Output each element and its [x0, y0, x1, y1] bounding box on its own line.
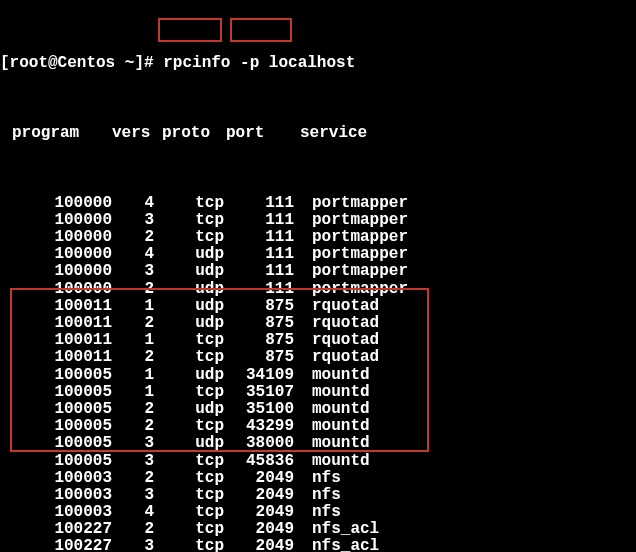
cell-vers: 2 — [112, 470, 154, 488]
cell-vers: 4 — [112, 246, 154, 264]
cell-program: 100000 — [0, 212, 112, 230]
cell-vers: 3 — [112, 263, 154, 281]
cell-port: 43299 — [224, 418, 294, 436]
cell-vers: 4 — [112, 195, 154, 213]
cell-vers: 1 — [112, 298, 154, 316]
terminal-output: [root@Centos ~]# rpcinfo -p localhost pr… — [0, 0, 636, 552]
cell-proto: tcp — [154, 229, 224, 247]
cell-service: portmapper — [294, 281, 408, 299]
cell-service: rquotad — [294, 332, 379, 350]
cell-proto: udp — [154, 315, 224, 333]
cell-vers: 3 — [112, 487, 154, 505]
table-row: 1000111tcp875rquotad — [0, 332, 636, 349]
table-row: 1000111udp875rquotad — [0, 298, 636, 315]
highlight-box-proto — [158, 18, 222, 42]
cell-port: 875 — [224, 298, 294, 316]
cell-program: 100227 — [0, 521, 112, 539]
cell-proto: tcp — [154, 212, 224, 230]
cell-vers: 2 — [112, 418, 154, 436]
cell-vers: 2 — [112, 281, 154, 299]
cell-port: 38000 — [224, 435, 294, 453]
table-row: 1000004udp111portmapper — [0, 246, 636, 263]
cell-proto: tcp — [154, 332, 224, 350]
cell-proto: tcp — [154, 504, 224, 522]
table-row: 1002273tcp2049nfs_acl — [0, 538, 636, 552]
cell-proto: udp — [154, 246, 224, 264]
cell-service: nfs — [294, 487, 341, 505]
table-row: 1000003udp111portmapper — [0, 263, 636, 280]
cell-port: 111 — [224, 281, 294, 299]
cell-vers: 2 — [112, 401, 154, 419]
cell-service: mountd — [294, 418, 370, 436]
table-row: 1000002tcp111portmapper — [0, 229, 636, 246]
cell-port: 34109 — [224, 367, 294, 385]
header-program: program — [0, 125, 112, 143]
cell-service: mountd — [294, 384, 370, 402]
cell-proto: udp — [154, 298, 224, 316]
header-proto: proto — [162, 125, 226, 143]
cell-vers: 1 — [112, 367, 154, 385]
cell-program: 100003 — [0, 470, 112, 488]
cell-vers: 3 — [112, 212, 154, 230]
table-row: 1000052tcp43299mountd — [0, 418, 636, 435]
cell-program: 100011 — [0, 298, 112, 316]
cell-proto: udp — [154, 401, 224, 419]
cell-port: 35107 — [224, 384, 294, 402]
cell-program: 100000 — [0, 195, 112, 213]
cell-program: 100000 — [0, 263, 112, 281]
cell-service: portmapper — [294, 229, 408, 247]
cell-vers: 2 — [112, 315, 154, 333]
cell-port: 2049 — [224, 521, 294, 539]
cell-proto: tcp — [154, 470, 224, 488]
table-row: 1000002udp111portmapper — [0, 281, 636, 298]
cell-vers: 2 — [112, 349, 154, 367]
table-row: 1000033tcp2049nfs — [0, 487, 636, 504]
cell-service: nfs — [294, 504, 341, 522]
table-row: 1000112udp875rquotad — [0, 315, 636, 332]
cell-vers: 3 — [112, 435, 154, 453]
cell-program: 100005 — [0, 401, 112, 419]
cell-port: 2049 — [224, 487, 294, 505]
cell-proto: tcp — [154, 521, 224, 539]
cell-service: mountd — [294, 453, 370, 471]
prompt-line: [root@Centos ~]# rpcinfo -p localhost — [0, 55, 636, 72]
cell-vers: 2 — [112, 521, 154, 539]
cell-port: 2049 — [224, 470, 294, 488]
cell-port: 111 — [224, 212, 294, 230]
table-row: 1002272tcp2049nfs_acl — [0, 521, 636, 538]
cell-program: 100005 — [0, 418, 112, 436]
cell-vers: 2 — [112, 229, 154, 247]
table-row: 1000051udp34109mountd — [0, 367, 636, 384]
cell-service: portmapper — [294, 263, 408, 281]
header-service: service — [286, 125, 367, 143]
cell-service: portmapper — [294, 195, 408, 213]
cell-program: 100003 — [0, 504, 112, 522]
table-row: 1000034tcp2049nfs — [0, 504, 636, 521]
cell-service: nfs_acl — [294, 521, 379, 539]
cell-proto: udp — [154, 263, 224, 281]
table-row: 1000053udp38000mountd — [0, 435, 636, 452]
table-row: 1000052udp35100mountd — [0, 401, 636, 418]
cell-port: 111 — [224, 229, 294, 247]
shell-prompt: [root@Centos ~]# rpcinfo -p localhost — [0, 55, 355, 73]
cell-service: mountd — [294, 401, 370, 419]
cell-proto: tcp — [154, 418, 224, 436]
cell-port: 875 — [224, 315, 294, 333]
cell-proto: tcp — [154, 538, 224, 552]
cell-program: 100005 — [0, 453, 112, 471]
cell-proto: udp — [154, 367, 224, 385]
cell-port: 45836 — [224, 453, 294, 471]
cell-vers: 4 — [112, 504, 154, 522]
cell-vers: 1 — [112, 384, 154, 402]
cell-vers: 3 — [112, 538, 154, 552]
cell-service: rquotad — [294, 298, 379, 316]
cell-port: 875 — [224, 332, 294, 350]
cell-service: mountd — [294, 435, 370, 453]
cell-proto: tcp — [154, 384, 224, 402]
table-row: 1000112tcp875rquotad — [0, 349, 636, 366]
cell-program: 100227 — [0, 538, 112, 552]
header-vers: vers — [112, 125, 162, 143]
cell-port: 2049 — [224, 504, 294, 522]
cell-port: 875 — [224, 349, 294, 367]
table-header: program vers proto port service — [0, 125, 636, 142]
